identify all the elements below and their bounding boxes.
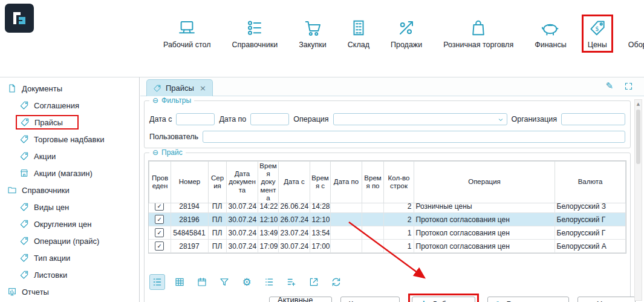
collapse-icon[interactable]: ⊖: [152, 96, 158, 105]
ribbon-item-references[interactable]: Справочники: [226, 15, 284, 53]
sidebar-item-reports[interactable]: Отчеты: [0, 283, 139, 300]
add-button[interactable]: + Добавить: [412, 297, 475, 302]
copy-button[interactable]: Копировать: [340, 297, 400, 302]
cell-series: ПЛ: [208, 203, 226, 213]
app-logo[interactable]: [5, 4, 34, 33]
column-header[interactable]: Дата документа: [227, 162, 258, 203]
column-header[interactable]: Операция: [414, 162, 555, 203]
column-header[interactable]: Проведен: [149, 162, 171, 203]
edit-button[interactable]: ✎ Редактировать: [487, 297, 570, 302]
sidebar-item-promotion-type[interactable]: Тип акции: [0, 249, 139, 266]
cell-operation: Протокол согласования цен: [414, 213, 555, 226]
table-view-button[interactable]: [172, 274, 187, 290]
date-to-input[interactable]: [250, 113, 289, 125]
sidebar-item-price-rounding[interactable]: Округления цен: [0, 215, 139, 232]
tab-actions: ✎: [605, 80, 633, 91]
list-add-button[interactable]: [284, 274, 299, 290]
cell-series: ПЛ: [208, 226, 226, 240]
date-from-input[interactable]: [176, 113, 215, 125]
column-header[interactable]: Валюта: [555, 162, 626, 203]
tab-pricelists[interactable]: Прайсы ×: [146, 79, 213, 96]
scrollbar-thumb[interactable]: [636, 110, 640, 164]
cell-doc-date: 30.07.24: [226, 203, 258, 213]
list-view-button[interactable]: [149, 274, 165, 290]
table-row-selected[interactable]: ✓ 28196 ПЛ 30.07.24 12:10 26.07.24 12:10…: [149, 213, 626, 226]
sidebar-label: Документы: [22, 84, 62, 93]
checkbox-checked[interactable]: ✓: [155, 203, 164, 211]
column-header[interactable]: Серия: [209, 162, 227, 203]
column-header[interactable]: Дата по: [331, 162, 362, 203]
sidebar-item-price-types[interactable]: Виды цен: [0, 199, 139, 215]
expand-fullscreen-icon[interactable]: [624, 82, 633, 91]
column-header[interactable]: Время по: [362, 162, 384, 203]
column-header[interactable]: Номер: [171, 162, 209, 203]
cell-doc-date: 30.07.24: [226, 240, 258, 253]
column-header[interactable]: Время с: [310, 162, 331, 203]
cell-date-from: 23.07.24: [278, 226, 310, 240]
ribbon-item-warehouse[interactable]: Склад: [342, 15, 376, 53]
app-window: $ Рабочий: [0, 0, 644, 302]
tab-title: Прайсы: [166, 84, 194, 93]
cell-date-to: [330, 213, 362, 226]
sidebar-item-documents[interactable]: Документы: [0, 80, 139, 97]
checkbox-checked[interactable]: ✓: [155, 228, 164, 237]
table-row[interactable]: ✓ 28197 ПЛ 30.07.24 17:09 30.07.24 17:00…: [149, 240, 626, 253]
ribbon-label: Рабочий стол: [163, 41, 210, 49]
actions-row: Активные (F10) ▼ Копировать + Добавить ✎…: [269, 294, 630, 302]
ribbon-item-desktop[interactable]: Рабочий стол: [157, 15, 216, 53]
pricelist-panel: ⊖ Прайс Проведен Номер Серия Дата докуме…: [144, 153, 631, 302]
cell-operation: Розничные цены: [414, 203, 555, 213]
ribbon-label: Продажи: [391, 41, 422, 49]
sidebar-item-agreements[interactable]: Соглашения: [0, 97, 139, 114]
sidebar-label: Соглашения: [34, 101, 79, 110]
cell-time-to: [362, 226, 383, 240]
edit-pencil-icon[interactable]: ✎: [605, 80, 613, 91]
column-header[interactable]: Дата с: [279, 162, 310, 203]
cell-number: 28196: [171, 213, 208, 226]
shopping-bag-icon: [469, 19, 487, 37]
table-row[interactable]: ✓ 28194 ПЛ 30.07.24 14:22 26.06.24 14:28…: [149, 203, 626, 213]
ribbon-item-prices[interactable]: Цены: [582, 15, 613, 53]
sorted-list-button[interactable]: [261, 274, 277, 290]
sidebar-item-promotions[interactable]: Акции: [0, 148, 139, 165]
ribbon-item-equipment[interactable]: Оборудование: [622, 15, 644, 53]
tab-close-icon[interactable]: ×: [200, 84, 206, 93]
active-filter-button[interactable]: Активные (F10) ▼: [269, 297, 332, 302]
refresh-button[interactable]: [328, 274, 344, 290]
sidebar-item-leaflets[interactable]: Листовки: [0, 266, 139, 283]
organization-input[interactable]: [561, 113, 625, 125]
sidebar-item-promotions-store[interactable]: Акции (магазин): [0, 165, 139, 182]
scroll-up-icon[interactable]: ▲: [635, 100, 642, 108]
collapse-icon[interactable]: ⊖: [152, 148, 158, 157]
export-button[interactable]: [306, 274, 322, 290]
ribbon-item-purchases[interactable]: Закупки: [293, 15, 333, 53]
ribbon-item-finance[interactable]: Финансы: [529, 15, 572, 53]
checkbox-checked[interactable]: ✓: [155, 241, 164, 251]
table-row[interactable]: ✓ 54845841 ПЛ 30.07.24 13:49 23.07.24 13…: [149, 226, 626, 240]
cell-date-from: 26.07.24: [278, 213, 310, 226]
check-icon: ✓: [157, 203, 162, 209]
checkbox-checked[interactable]: ✓: [155, 215, 164, 224]
column-header[interactable]: Время документа: [258, 162, 279, 203]
user-input[interactable]: [203, 131, 625, 143]
filters-row-2: Пользователь: [145, 131, 630, 143]
ribbon-label: Склад: [348, 41, 369, 49]
vertical-scrollbar[interactable]: ▲: [634, 99, 642, 301]
ribbon-item-retail[interactable]: Розничная торговля: [437, 15, 519, 53]
settings-button[interactable]: ⚙: [239, 274, 255, 290]
operation-select[interactable]: [333, 113, 507, 125]
delete-button[interactable]: − Удалить: [577, 297, 636, 302]
sidebar-item-pricelists[interactable]: Прайсы: [0, 114, 139, 131]
sidebar-label: Округления цен: [34, 220, 91, 229]
cell-doc-date: 30.07.24: [226, 213, 258, 226]
sidebar-item-price-operations[interactable]: Операции (прайс): [0, 232, 139, 249]
calendar-view-button[interactable]: [194, 274, 210, 290]
sidebar-item-trade-markups[interactable]: Торговые надбавки: [0, 131, 139, 148]
edit-label: Редактировать: [506, 300, 561, 302]
column-header[interactable]: Кол-во строк: [384, 162, 414, 203]
sidebar-label: Отчеты: [22, 287, 49, 297]
filter-button[interactable]: [216, 274, 232, 290]
sidebar-item-references[interactable]: Справочники: [0, 182, 139, 199]
ribbon-item-sales[interactable]: Продажи: [385, 15, 428, 53]
cell-time-from: 17:00: [310, 240, 330, 253]
